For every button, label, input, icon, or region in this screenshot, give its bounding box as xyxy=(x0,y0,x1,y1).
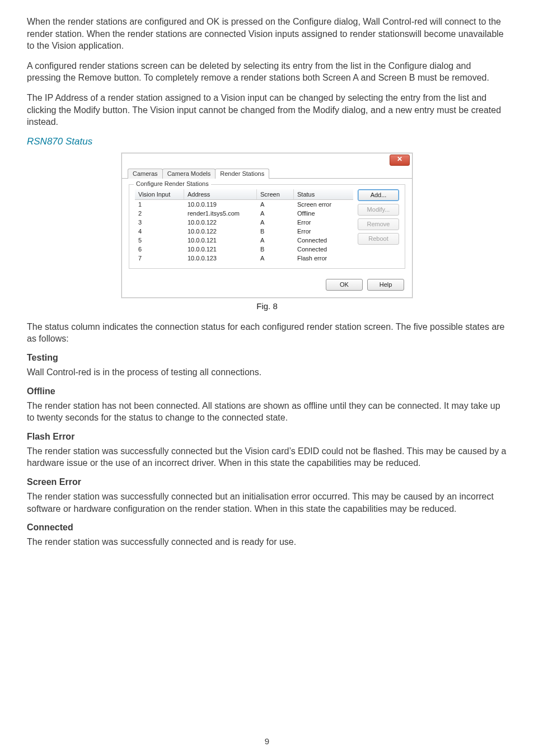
table-row[interactable]: 2 render1.itsys5.com A Offline xyxy=(135,209,353,218)
cell-vision: 6 xyxy=(135,245,184,254)
cell-vision: 3 xyxy=(135,218,184,227)
heading-screen-error: Screen Error xyxy=(27,477,507,487)
paragraph: A configured render stations screen can … xyxy=(27,60,507,84)
cell-address: 10.0.0.121 xyxy=(184,236,257,245)
cell-status: Connected xyxy=(294,236,353,245)
paragraph: The render station has not been connecte… xyxy=(27,400,507,424)
cell-screen: A xyxy=(257,254,294,263)
reboot-button[interactable]: Reboot xyxy=(358,233,399,245)
tab-strip: Cameras Camera Models Render Stations xyxy=(122,166,412,179)
cell-vision: 2 xyxy=(135,209,184,218)
cell-address: 10.0.0.119 xyxy=(184,200,257,209)
col-header-vision[interactable]: Vision Input xyxy=(135,189,184,199)
table-row[interactable]: 6 10.0.0.121 B Connected xyxy=(135,245,353,254)
cell-vision: 7 xyxy=(135,254,184,263)
section-heading-rsn870-status: RSN870 Status xyxy=(27,136,507,147)
col-header-address[interactable]: Address xyxy=(184,189,257,199)
cell-screen: A xyxy=(257,236,294,245)
cell-vision: 1 xyxy=(135,200,184,209)
paragraph: Wall Control-red is in the process of te… xyxy=(27,366,507,379)
paragraph: The IP Address of a render station assig… xyxy=(27,92,507,128)
cell-address: render1.itsys5.com xyxy=(184,209,257,218)
table-row[interactable]: 7 10.0.0.123 A Flash error xyxy=(135,254,353,263)
tab-camera-models[interactable]: Camera Models xyxy=(162,169,216,179)
cell-status: Error xyxy=(294,218,353,227)
dialog-titlebar: ✕ xyxy=(122,153,412,166)
page-number: 9 xyxy=(0,736,534,746)
side-button-column: Add... Modify... Remove Reboot xyxy=(358,189,399,263)
table-row[interactable]: 3 10.0.0.122 A Error xyxy=(135,218,353,227)
render-stations-dialog: ✕ Cameras Camera Models Render Stations … xyxy=(121,153,413,298)
paragraph: When the render stations are configured … xyxy=(27,16,507,52)
heading-testing: Testing xyxy=(27,353,507,363)
figure-caption: Fig. 8 xyxy=(27,301,507,311)
cell-screen: B xyxy=(257,227,294,236)
cell-vision: 5 xyxy=(135,236,184,245)
tab-render-stations[interactable]: Render Stations xyxy=(215,169,269,179)
col-header-status[interactable]: Status xyxy=(294,189,353,199)
remove-button[interactable]: Remove xyxy=(358,218,399,230)
table-header-row: Vision Input Address Screen Status xyxy=(135,189,353,200)
cell-status: Flash error xyxy=(294,254,353,263)
cell-screen: A xyxy=(257,209,294,218)
group-label: Configure Render Stations xyxy=(134,180,211,187)
cell-screen: A xyxy=(257,218,294,227)
render-stations-table[interactable]: Vision Input Address Screen Status 1 10.… xyxy=(135,189,353,263)
cell-status: Connected xyxy=(294,245,353,254)
cell-vision: 4 xyxy=(135,227,184,236)
dialog-footer: OK Help xyxy=(122,277,412,297)
close-icon[interactable]: ✕ xyxy=(390,155,410,166)
table-row[interactable]: 1 10.0.0.119 A Screen error xyxy=(135,200,353,209)
paragraph: The render station was successfully conn… xyxy=(27,491,507,515)
ok-button[interactable]: OK xyxy=(326,279,363,291)
table-row[interactable]: 4 10.0.0.122 B Error xyxy=(135,227,353,236)
cell-address: 10.0.0.122 xyxy=(184,227,257,236)
table-row[interactable]: 5 10.0.0.121 A Connected xyxy=(135,236,353,245)
paragraph: The status column indicates the connecti… xyxy=(27,321,507,345)
cell-address: 10.0.0.122 xyxy=(184,218,257,227)
cell-screen: A xyxy=(257,200,294,209)
col-header-screen[interactable]: Screen xyxy=(257,189,294,199)
paragraph: The render station was successfully conn… xyxy=(27,445,507,469)
heading-flash-error: Flash Error xyxy=(27,432,507,442)
help-button[interactable]: Help xyxy=(367,279,404,291)
tab-cameras[interactable]: Cameras xyxy=(128,169,163,179)
heading-connected: Connected xyxy=(27,522,507,533)
cell-status: Screen error xyxy=(294,200,353,209)
cell-status: Offline xyxy=(294,209,353,218)
paragraph: The render station was successfully conn… xyxy=(27,536,507,548)
heading-offline: Offline xyxy=(27,386,507,396)
cell-screen: B xyxy=(257,245,294,254)
configure-render-stations-group: Configure Render Stations Vision Input A… xyxy=(129,184,405,269)
add-button[interactable]: Add... xyxy=(358,189,399,201)
cell-address: 10.0.0.123 xyxy=(184,254,257,263)
cell-status: Error xyxy=(294,227,353,236)
cell-address: 10.0.0.121 xyxy=(184,245,257,254)
modify-button[interactable]: Modify... xyxy=(358,204,399,216)
